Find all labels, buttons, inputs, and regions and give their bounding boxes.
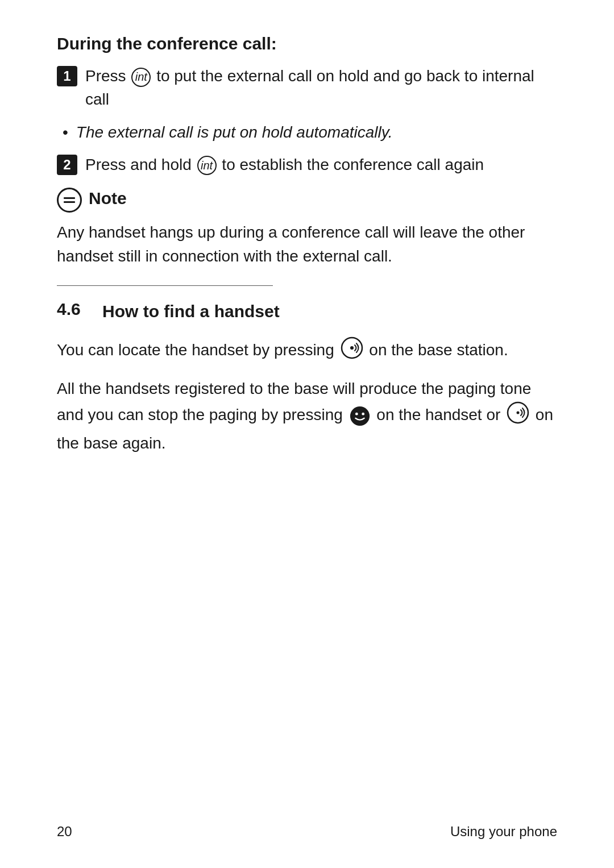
conference-section-title: During the conference call:: [57, 34, 557, 53]
find-handset-section: 4.6 How to find a handset You can locate…: [57, 300, 557, 455]
section-divider: [57, 285, 273, 286]
step-number-1: 1: [57, 66, 77, 86]
footer-right-text: Using your phone: [450, 824, 557, 840]
page-number: 20: [57, 824, 72, 840]
smile-stop-button: [349, 405, 371, 427]
step-2-text: Press and hold int to establish the conf…: [85, 153, 557, 177]
svg-point-7: [362, 413, 364, 416]
bullet-text: The external call is put on hold automat…: [76, 121, 557, 144]
step-number-2: 2: [57, 155, 77, 175]
note-label: Note: [89, 189, 127, 208]
find-handset-para-1: You can locate the handset by pressing o…: [57, 336, 557, 367]
note-body: Any handset hangs up during a conference…: [57, 221, 557, 268]
note-section: Note: [57, 186, 557, 213]
step-1-after-label: to put the external call on hold and go …: [85, 67, 534, 108]
page-footer: 20 Using your phone: [57, 824, 557, 840]
conference-section: During the conference call: 1 Press int …: [57, 34, 557, 268]
svg-point-9: [517, 412, 520, 414]
int-button-2: int: [197, 156, 217, 175]
step-2-press-hold-label: Press and hold: [85, 156, 192, 173]
list-item: • The external call is put on hold autom…: [57, 121, 557, 144]
paging-icon-1: [340, 336, 364, 367]
note-symbol: [61, 192, 77, 208]
svg-rect-1: [64, 201, 75, 203]
svg-point-6: [355, 413, 358, 416]
int-button-1: int: [131, 68, 151, 87]
bullet-dot: •: [63, 121, 68, 144]
list-item: 1 Press int to put the external call on …: [57, 65, 557, 111]
subsection-number: 4.6: [57, 300, 85, 319]
step-2-after-label: to establish the conference call again: [222, 156, 484, 173]
find-handset-para-2: All the handsets registered to the base …: [57, 377, 557, 455]
svg-point-5: [350, 406, 369, 426]
note-icon: [57, 188, 82, 213]
subsection-title: How to find a handset: [102, 300, 280, 323]
step-1-text: Press int to put the external call on ho…: [85, 65, 557, 111]
svg-point-4: [350, 347, 353, 350]
subsection-header: 4.6 How to find a handset: [57, 300, 557, 323]
svg-rect-0: [64, 197, 75, 199]
page-container: During the conference call: 1 Press int …: [0, 0, 614, 868]
list-item: 2 Press and hold int to establish the co…: [57, 153, 557, 177]
paging-icon-2: [506, 401, 530, 431]
step-1-press-label: Press: [85, 67, 126, 85]
